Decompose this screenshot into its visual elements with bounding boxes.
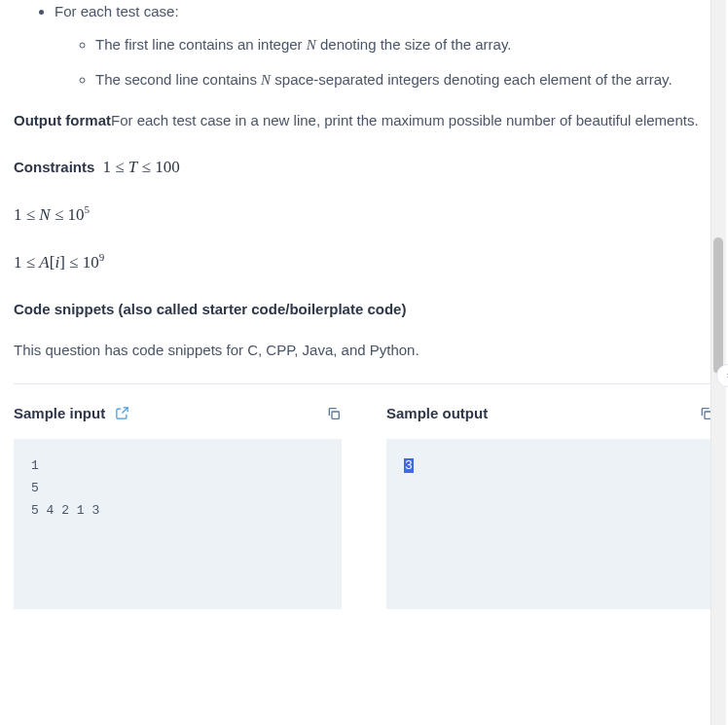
snippets-heading: Code snippets (also called starter code/… [14, 298, 714, 321]
sample-output-box: 3 [386, 439, 714, 609]
sample-input-header: Sample input [14, 402, 342, 425]
svg-rect-0 [332, 412, 339, 418]
sub-list: The first line contains an integer N den… [55, 33, 714, 91]
input-format-list: For each test case: The first line conta… [14, 0, 714, 91]
variable-n: N [261, 72, 271, 88]
list-item: For each test case: The first line conta… [55, 0, 714, 91]
sample-output-column: Sample output 3 [386, 402, 714, 609]
output-format-text: For each test case in a new line, print … [111, 112, 699, 128]
list-item: The second line contains N space-separat… [95, 68, 714, 91]
sample-input-column: Sample input 1 5 5 4 2 1 3 [14, 402, 342, 609]
sample-output-value: 3 [404, 458, 414, 473]
constraints-heading: Constraints [14, 159, 94, 175]
divider [14, 383, 714, 384]
list-text: For each test case: [55, 3, 179, 19]
list-item: The first line contains an integer N den… [95, 33, 714, 56]
sample-input-label: Sample input [14, 402, 105, 425]
constraint-t: 1 ≤ T ≤ 100 [103, 158, 180, 176]
output-format-heading: Output format [14, 112, 111, 128]
constraint-a: 1 ≤ A[i] ≤ 109 [14, 249, 714, 275]
constraints-section: Constraints 1 ≤ T ≤ 100 [14, 154, 714, 180]
sample-output-header: Sample output [386, 402, 714, 425]
copy-icon[interactable] [326, 406, 342, 421]
sample-input-box: 1 5 5 4 2 1 3 [14, 439, 342, 609]
export-icon[interactable] [115, 406, 129, 420]
samples-container: Sample input 1 5 5 4 2 1 3 Sample output [14, 402, 714, 609]
scrollbar-thumb[interactable] [713, 237, 723, 374]
scrollbar-track[interactable] [710, 0, 726, 725]
output-format-section: Output formatFor each test case in a new… [14, 109, 714, 132]
constraint-n: 1 ≤ N ≤ 105 [14, 201, 714, 228]
snippets-text: This question has code snippets for C, C… [14, 339, 714, 362]
variable-n: N [307, 37, 316, 53]
sample-output-label: Sample output [386, 402, 488, 425]
